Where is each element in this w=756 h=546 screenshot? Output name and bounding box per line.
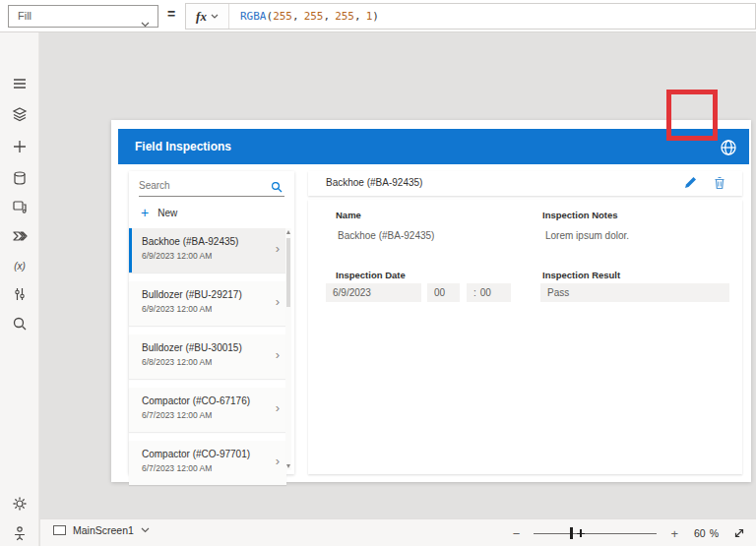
formula-comma: ,: [354, 10, 361, 23]
bottom-status-bar: MainScreen1 − + 60 %: [40, 518, 756, 546]
formula-toolbar: Fill = fx RGBA(255,255,255,1): [0, 0, 756, 32]
formula-number: 255: [304, 10, 324, 23]
screen-selector[interactable]: MainScreen1: [53, 524, 150, 536]
tree-view-icon[interactable]: [11, 105, 29, 123]
list-scrollbar[interactable]: [285, 228, 291, 470]
detail-header-card: Backhoe (#BA-92435): [308, 171, 742, 196]
list-item[interactable]: Bulldozer (#BU-29217) 6/9/2023 12:00 AM …: [129, 281, 286, 326]
name-value: Backhoe (#BA-92435): [338, 230, 434, 241]
property-selector[interactable]: Fill: [8, 5, 158, 28]
item-title: Bulldozer (#BU-29217): [142, 289, 242, 300]
formula-comma: ,: [324, 10, 331, 23]
zoom-slider[interactable]: [534, 526, 657, 540]
screen-icon: [53, 525, 66, 535]
list-item[interactable]: Backhoe (#BA-92435) 6/9/2023 12:00 AM ›: [129, 228, 286, 273]
detail-form-card: Name Backhoe (#BA-92435) Inspection Note…: [308, 200, 742, 474]
item-date: 6/8/2023 12:00 AM: [142, 357, 212, 367]
minute-input[interactable]: :00: [467, 283, 511, 302]
gallery-list: Backhoe (#BA-92435) 6/9/2023 12:00 AM › …: [129, 228, 286, 494]
hour-input[interactable]: 00: [427, 283, 460, 302]
minute-value: 00: [480, 287, 491, 298]
slider-track[interactable]: [534, 533, 657, 535]
list-item[interactable]: Compactor (#CO-67176) 6/7/2023 12:00 AM …: [129, 388, 286, 432]
list-item[interactable]: Compactor (#CO-97701) 6/7/2023 12:00 AM …: [129, 441, 286, 485]
search-box[interactable]: [139, 175, 284, 197]
chevron-right-icon: ›: [276, 347, 280, 362]
item-title: Bulldozer (#BU-30015): [142, 342, 242, 353]
plus-icon: +: [141, 206, 149, 219]
fit-to-window-icon[interactable]: [732, 526, 746, 540]
search-icon[interactable]: [11, 315, 29, 333]
name-label: Name: [336, 210, 361, 220]
formula-function: RGBA: [240, 10, 267, 23]
zoom-percentage-value: 60: [694, 527, 706, 539]
data-icon[interactable]: [11, 169, 29, 187]
advanced-tools-icon[interactable]: [11, 285, 29, 303]
chevron-right-icon: ›: [276, 241, 280, 256]
app-header-bar[interactable]: Field Inspections: [118, 129, 749, 164]
item-title: Backhoe (#BA-92435): [142, 236, 238, 247]
new-button-label: New: [158, 208, 177, 218]
variables-icon[interactable]: (x): [11, 257, 29, 274]
chevron-down-icon: [211, 14, 219, 19]
item-title: Compactor (#CO-97701): [142, 449, 250, 459]
zoom-in-button[interactable]: +: [664, 526, 684, 541]
media-icon[interactable]: [11, 198, 29, 215]
hamburger-menu-icon[interactable]: [11, 75, 29, 92]
scroll-up-arrow[interactable]: [286, 230, 290, 234]
property-selector-value: Fill: [18, 10, 32, 22]
powerapps-studio: Fill = fx RGBA(255,255,255,1): [0, 0, 756, 546]
zoom-out-button[interactable]: −: [507, 526, 527, 541]
result-label: Inspection Result: [542, 270, 620, 280]
item-date: 6/7/2023 12:00 AM: [142, 463, 212, 473]
date-label: Inspection Date: [336, 270, 406, 280]
formula-paren: ): [372, 10, 379, 23]
item-date: 6/7/2023 12:00 AM: [142, 410, 212, 420]
slider-thumb[interactable]: [570, 527, 573, 539]
scroll-down-arrow[interactable]: [286, 464, 290, 468]
notes-value: Lorem ipsum dolor.: [545, 230, 629, 241]
chevron-down-icon: [141, 527, 150, 533]
result-input[interactable]: Pass: [540, 283, 729, 302]
time-separator: :: [473, 287, 476, 298]
notes-label: Inspection Notes: [542, 210, 618, 220]
new-record-button[interactable]: + New: [141, 203, 177, 222]
chevron-right-icon: ›: [276, 454, 280, 468]
chevron-down-icon: [141, 14, 150, 34]
edit-pencil-icon[interactable]: [683, 176, 697, 190]
slider-100-tick: [577, 533, 585, 535]
insert-plus-icon[interactable]: [11, 138, 29, 155]
app-screen[interactable]: Field Inspections + New: [111, 120, 751, 482]
list-item[interactable]: Bulldozer (#BU-30015) 6/8/2023 12:00 AM …: [129, 334, 286, 379]
date-input[interactable]: 6/9/2023: [326, 283, 421, 302]
search-icon[interactable]: [271, 179, 283, 197]
settings-gear-icon[interactable]: [11, 495, 29, 513]
chevron-right-icon: ›: [276, 400, 280, 415]
accessibility-person-icon[interactable]: [11, 524, 29, 542]
fx-icon: fx: [196, 9, 207, 25]
percent-sign: %: [710, 527, 719, 539]
detail-title: Backhoe (#BA-92435): [326, 177, 422, 188]
fx-dropdown-button[interactable]: fx: [186, 4, 229, 29]
formula-number: 255: [335, 10, 354, 23]
equals-sign: =: [167, 6, 175, 22]
formula-bar: fx RGBA(255,255,255,1): [185, 3, 756, 30]
zoom-controls: − + 60 %: [507, 519, 746, 546]
item-title: Compactor (#CO-67176): [142, 395, 250, 406]
left-icon-rail: (x): [0, 32, 39, 546]
design-canvas[interactable]: Field Inspections + New: [40, 33, 756, 518]
item-date: 6/9/2023 12:00 AM: [142, 251, 212, 261]
scrollbar-thumb[interactable]: [286, 238, 290, 307]
gallery-panel: + New Backhoe (#BA-92435) 6/9/2023 12:00…: [129, 171, 294, 474]
screen-name: MainScreen1: [73, 524, 134, 536]
chevron-right-icon: ›: [276, 294, 280, 309]
item-date: 6/9/2023 12:00 AM: [142, 304, 212, 314]
power-automate-icon[interactable]: [11, 227, 29, 245]
formula-input[interactable]: RGBA(255,255,255,1): [229, 4, 755, 29]
search-input[interactable]: [139, 176, 265, 196]
delete-trash-icon[interactable]: [713, 176, 726, 190]
globe-icon[interactable]: [719, 138, 738, 157]
formula-comma: ,: [292, 10, 299, 23]
app-title: Field Inspections: [118, 140, 231, 153]
formula-number: 255: [273, 10, 292, 23]
